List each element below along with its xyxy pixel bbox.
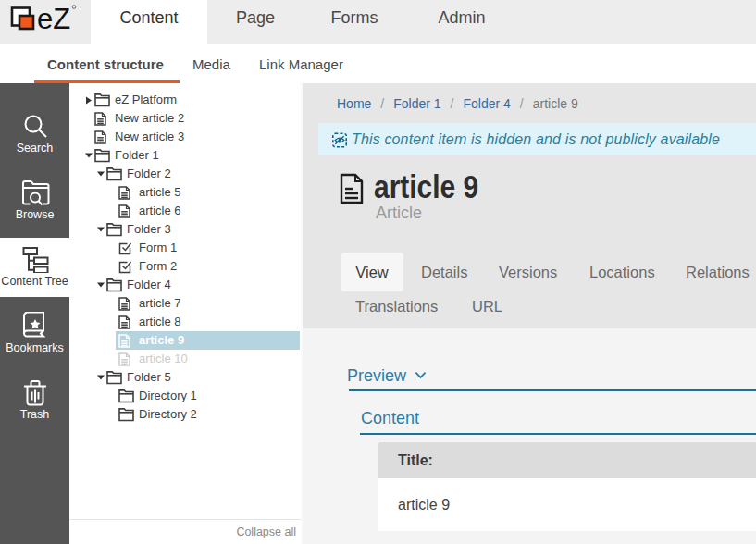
- svg-text:eZ: eZ: [37, 3, 70, 35]
